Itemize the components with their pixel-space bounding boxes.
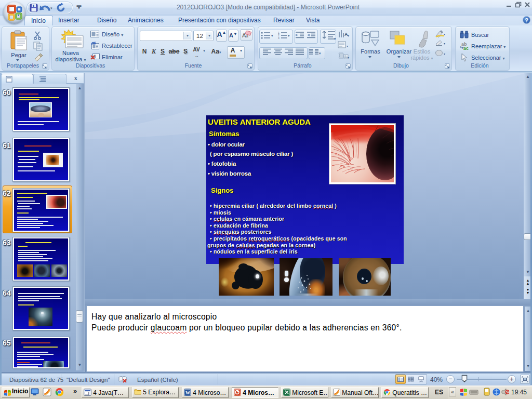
svg-text:W: W — [185, 390, 190, 395]
svg-text:▾: ▾ — [444, 42, 445, 45]
svg-text:▾: ▾ — [50, 6, 52, 10]
svg-text:▾: ▾ — [288, 34, 290, 37]
svg-text:▾: ▾ — [444, 52, 445, 56]
svg-text:▾: ▾ — [334, 37, 336, 41]
svg-text:▾: ▾ — [271, 34, 273, 37]
svg-text:ac: ac — [463, 46, 469, 50]
svg-text:▾: ▾ — [444, 33, 445, 36]
svg-text:▾: ▾ — [347, 45, 348, 48]
svg-text:▾: ▾ — [348, 56, 349, 59]
svg-text:▾: ▾ — [348, 34, 349, 37]
svg-text:3: 3 — [278, 36, 280, 39]
svg-text:▾: ▾ — [319, 51, 321, 55]
